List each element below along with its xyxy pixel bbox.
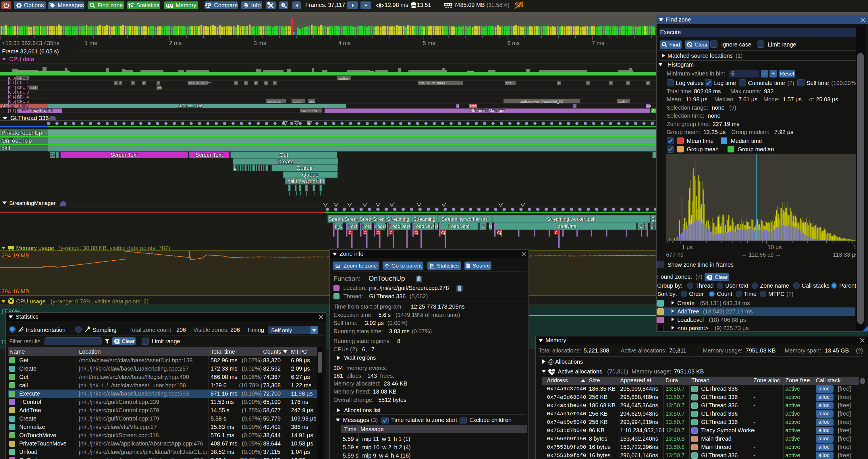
svg-text:GLThread 336: GLThread 336 (10, 114, 49, 121)
svg-text:[1:1] CPU 7: [1:1] CPU 7 (8, 108, 29, 113)
svg-text:cds_ol_rx_threa: cds_ol_rx_threa (419, 81, 445, 85)
svg-text:Trac: Trac (469, 104, 477, 108)
svg-text:[0:0] CPU 0: [0:0] CPU 0 (8, 76, 29, 81)
svg-text:c: c (610, 81, 612, 85)
svg-text:2 ms: 2 ms (169, 40, 182, 46)
svg-text:audioserver (AudioOut_D): audioserver (AudioOut_D) (520, 99, 563, 104)
svg-text:4 ms: 4 ms (338, 40, 350, 46)
svg-text:LoU: LoU (348, 224, 357, 229)
svg-text:call: call (1, 145, 10, 151)
svg-text:GLThread 336: GLThread 336 (177, 104, 202, 108)
svg-text:c: c (157, 81, 159, 85)
svg-text:C|: C| (377, 230, 380, 235)
svg-text:GLT: GLT (1, 104, 9, 108)
svg-text:kworker/u: kworker/u (301, 108, 317, 113)
svg-text:Queue: Queue (296, 165, 312, 171)
svg-text:GL: GL (652, 108, 657, 113)
svg-text:auc: auc (309, 99, 315, 104)
svg-text:audio.: audio. (292, 99, 303, 104)
svg-text:Strea: Strea (360, 217, 371, 222)
svg-text:audio: audio (618, 99, 627, 104)
svg-text:Queue: Queue (302, 172, 318, 178)
svg-text:c: c (255, 81, 257, 85)
svg-text:Streaming worker task: Streaming worker task (547, 217, 596, 222)
svg-text:[0:4] CPU 4: [0:4] CPU 4 (8, 94, 29, 99)
svg-text:Strea: Strea (373, 217, 384, 222)
svg-text:Up: Up (317, 178, 324, 184)
svg-text:U: U (481, 224, 485, 229)
svg-text:LoadData: LoadData (448, 224, 470, 229)
svg-text:C|: C| (497, 230, 501, 235)
svg-text:audio.se: audio.se (267, 99, 281, 104)
svg-text:Streaming: Streaming (387, 217, 409, 222)
svg-text:C|: C| (349, 230, 352, 235)
svg-text:(y-range: 0.78%, visible data: (y-range: 0.78%, visible data points: 2) (51, 298, 149, 304)
svg-text:audios: audios (338, 76, 349, 81)
svg-text:c: c (245, 81, 247, 85)
svg-text:+12:31 362,643,435ns: +12:31 362,643,435ns (2, 40, 59, 46)
svg-text:cds_ol_rx_thr: cds_ol_rx_thr (188, 81, 211, 85)
svg-text:CPU data: CPU data (9, 56, 34, 62)
svg-text:[0:3] CPU 3: [0:3] CPU 3 (8, 90, 29, 94)
svg-text:6 ms: 6 ms (507, 40, 520, 46)
svg-text:C|: C| (414, 230, 418, 235)
svg-text:Strear: Strear (345, 217, 358, 222)
svg-text:cds.: cds. (505, 81, 513, 85)
svg-text:aud: aud (30, 86, 36, 90)
svg-text:C|: C| (390, 230, 394, 235)
svg-text:[0:2] CPU 2: [0:2] CPU 2 (8, 85, 29, 90)
svg-text:c: c (132, 81, 134, 85)
svg-text:Tracy Profiler: Tracy Profiler (29, 108, 53, 113)
svg-text:!S: !S (51, 153, 54, 157)
svg-text:Create: Create (277, 159, 293, 164)
svg-text:294.16 MB: 294.16 MB (1, 288, 29, 295)
svg-text:Au: Au (646, 104, 651, 108)
svg-text:U: U (650, 224, 654, 229)
svg-text:Frame 32,661 (6.05 s): Frame 32,661 (6.05 s) (2, 48, 59, 55)
svg-text:Loa: Loa (284, 178, 293, 184)
svg-text:(y-range: 30.88 KB, visible da: (y-range: 30.88 KB, visible data points:… (58, 245, 170, 251)
svg-text:U: U (639, 224, 643, 229)
svg-text:[0:1] CPU 1: [0:1] CPU 1 (8, 81, 29, 85)
svg-text:c: c (143, 81, 145, 85)
svg-text:U: U (435, 224, 438, 229)
svg-text:C|: C| (555, 230, 559, 235)
svg-text:Strean: Strean (329, 217, 343, 222)
svg-text:294.19 MB: 294.19 MB (1, 252, 29, 259)
svg-text:c: c (235, 81, 237, 85)
svg-text:PrivateTouchUp: PrivateTouchUp (1, 130, 42, 136)
svg-text:ScreenText: ScreenText (195, 152, 223, 158)
svg-text:LoaU: LoaU (375, 224, 386, 229)
svg-text:LoadDaU: LoadDaU (413, 224, 434, 229)
svg-text:StreamingManager: StreamingManager (470, 108, 504, 113)
svg-text:E: E (234, 166, 237, 170)
svg-text:C|: C| (441, 230, 445, 235)
svg-text:c: c (265, 81, 267, 85)
svg-text:c: c (627, 81, 629, 85)
svg-text:U: U (489, 224, 492, 229)
svg-text:LoadDaU: LoadDaU (390, 224, 410, 229)
svg-text:LoU: LoU (362, 224, 371, 229)
svg-text:7 ms: 7 ms (592, 40, 604, 46)
svg-text:c: c (115, 81, 117, 85)
svg-text:3 ms: 3 ms (254, 40, 266, 46)
svg-text:[1:0] CPU 6: [1:0] CPU 6 (8, 104, 29, 108)
svg-text:[0:5] CPU 5: [0:5] CPU 5 (8, 99, 29, 104)
svg-text:C|: C| (364, 230, 367, 235)
svg-text:c: c (647, 81, 649, 85)
svg-text:kw: kw (157, 86, 162, 90)
svg-text:OnTouchUp: OnTouchUp (1, 137, 32, 144)
svg-text:LoadData: LoadData (555, 224, 577, 229)
svg-text:Streaming worker tas: Streaming worker tas (441, 217, 488, 222)
svg-text:Tı: Tı (456, 104, 459, 108)
svg-text:CPU usage: CPU usage (16, 298, 45, 304)
svg-text:c: c (587, 81, 589, 85)
svg-text:5 ms: 5 ms (423, 40, 435, 46)
svg-text:c: c (558, 81, 560, 85)
svg-text:1 ms: 1 ms (85, 40, 97, 46)
svg-text:StreamingManager: StreamingManager (9, 200, 56, 206)
svg-text:Memory usage: Memory usage (16, 245, 54, 251)
svg-text:L(U: L(U (335, 224, 342, 229)
svg-text:ScreenText: ScreenText (110, 152, 138, 158)
svg-text:Get: Get (279, 152, 288, 158)
